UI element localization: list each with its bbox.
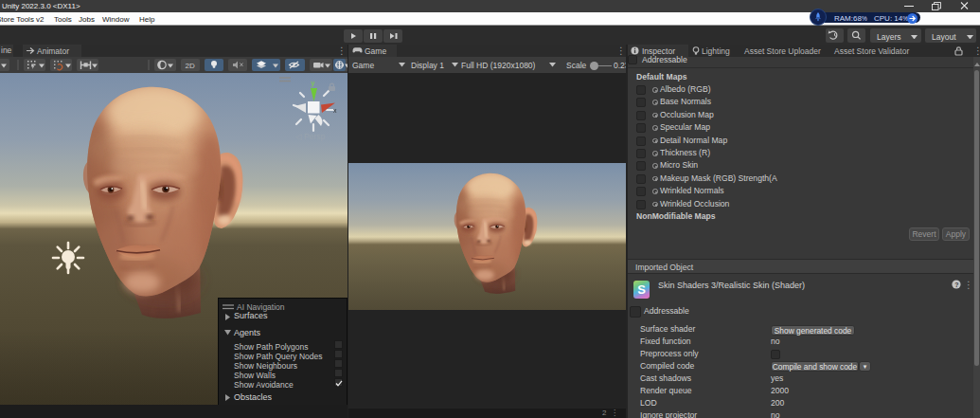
svg-text:?: ? (954, 281, 958, 287)
svg-text:y: y (312, 79, 315, 87)
svg-text:x: x (333, 107, 337, 114)
svg-text:◁ Persp: ◁ Persp (295, 132, 325, 141)
svg-text:2D: 2D (186, 62, 195, 70)
